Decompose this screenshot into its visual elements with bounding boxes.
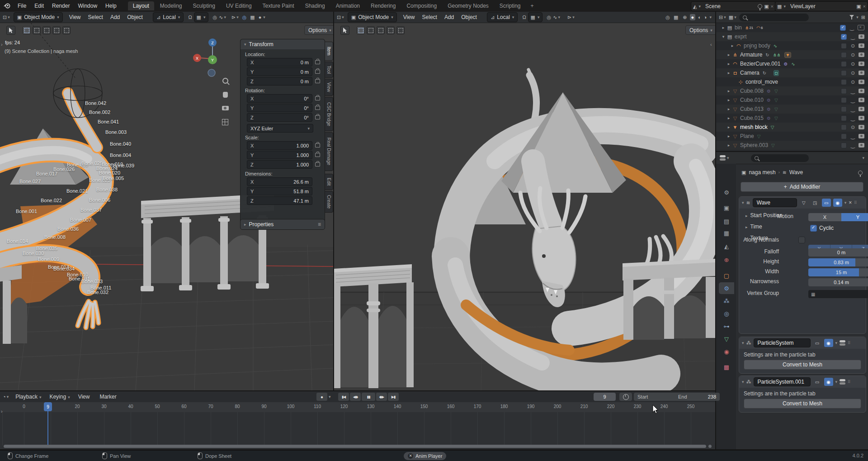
mode-dropdown[interactable]: ▣Object Mode▾ (14, 12, 63, 22)
scale-field[interactable]: Z1.000 (247, 160, 312, 169)
properties-tab[interactable]: ▢ (719, 270, 734, 281)
outliner-row[interactable]: ▸ ▽ Cube.010 ⚙ ▽ ‿ (716, 95, 868, 105)
select-mode-invert[interactable] (52, 26, 61, 34)
workspace-tab[interactable]: Scripting (495, 1, 526, 10)
bone-label[interactable]: Bone.007 (70, 217, 91, 223)
disable-render-icon[interactable] (859, 62, 864, 66)
collapsed-section[interactable]: ▸Start Position (745, 212, 868, 220)
select-mode-intersect[interactable] (62, 26, 71, 34)
viewport-menu-item[interactable]: Select (419, 14, 441, 20)
convert-to-mesh-button[interactable]: Convert to Mesh (744, 360, 861, 370)
outliner-row[interactable]: ▸ ▽ Sphere.003 ▽ ‿ (716, 141, 868, 150)
exclude-checkbox[interactable] (841, 115, 847, 121)
disable-render-icon[interactable] (859, 89, 864, 93)
extras-chevron-icon[interactable]: ▾ (835, 341, 838, 345)
menubar-item[interactable]: Render (48, 3, 74, 9)
filter-dropdown[interactable]: ▾ (849, 15, 859, 20)
disable-render-icon[interactable] (859, 125, 864, 129)
particlesystem001-header[interactable]: ▾ ⁂ ParticleSystem.001 ▭ ◉ ▾ ⠿ (739, 376, 866, 388)
disclosure-icon[interactable]: ▸ (730, 43, 735, 48)
viewport-menu-item[interactable]: Add (107, 14, 123, 20)
bone-label[interactable]: Bone.038 (96, 187, 118, 192)
exclude-checkbox[interactable] (841, 88, 847, 94)
workspace-tab[interactable]: Layout (128, 1, 154, 10)
transform-orientation-dropdown[interactable]: ⊿Local▾ (153, 12, 184, 22)
disclosure-icon[interactable]: ▸ (721, 25, 726, 30)
channel-expand-arrow[interactable]: › (1, 409, 3, 414)
datablock-name[interactable]: Cube.008 (740, 88, 764, 94)
exclude-checkbox[interactable] (841, 43, 847, 49)
outliner-row[interactable]: ▸ ▼ mesh block ▽ ⊙ (716, 123, 868, 132)
viewport-menu-item[interactable]: Add (441, 14, 458, 20)
sidebar-tab[interactable]: Item (325, 42, 333, 61)
horizontal-scrollbar[interactable] (4, 445, 706, 448)
workspace-tab[interactable]: Rendering (366, 1, 401, 10)
disclosure-icon[interactable]: ▸ (726, 116, 731, 120)
chevron-down-icon[interactable]: ▾ (783, 4, 786, 9)
properties-tab[interactable]: ⚙ (719, 282, 734, 294)
jump-to-end-button[interactable]: ▶▮ (388, 393, 399, 401)
select-visibility-dropdown[interactable]: ⊳▾ (231, 14, 239, 20)
overlays-toggle[interactable]: ▦ (250, 14, 255, 20)
editor-type-button[interactable]: ⊡▾ (3, 14, 10, 20)
dimension-field[interactable]: X26.6 m (247, 177, 312, 186)
bone-label[interactable]: Bone.009 (38, 257, 59, 262)
active-tool-tweak[interactable] (6, 26, 15, 35)
bone-label[interactable]: Bone.006 (89, 197, 110, 203)
outliner-search-input[interactable] (739, 14, 809, 21)
viewport-menu-item[interactable]: View (66, 14, 85, 20)
realtime-display-toggle[interactable]: ▭ (813, 339, 822, 347)
options-dropdown[interactable]: Options▾ (685, 25, 715, 35)
properties-tab[interactable]: ⁂ (719, 295, 734, 307)
pan-hand-icon[interactable] (221, 90, 230, 99)
properties-search-input[interactable] (751, 154, 809, 162)
delete-modifier-icon[interactable]: × (849, 200, 852, 206)
lock-icon[interactable] (315, 106, 320, 110)
pin-icon[interactable] (758, 4, 762, 9)
jump-to-start-button[interactable]: ▮◀ (338, 393, 349, 401)
outliner-row[interactable]: ▸ ◘ Camera ↻ ◘ ⊙ (716, 68, 868, 77)
proportional-edit-icon[interactable]: ◎ (213, 14, 217, 20)
display-mode-dropdown[interactable]: ⊟▾ (719, 14, 726, 20)
bone-label[interactable]: Bone.033 (81, 279, 103, 284)
exclude-checkbox[interactable] (841, 106, 847, 112)
timeline-menu-item[interactable]: Keying▾ (45, 394, 74, 400)
exclude-checkbox[interactable] (840, 25, 846, 31)
lock-icon[interactable] (315, 115, 320, 119)
bone-label[interactable]: Bone.041 (98, 119, 119, 124)
sidebar-tab[interactable]: View (325, 79, 333, 96)
convert-to-mesh-button[interactable]: Convert to Mesh (744, 399, 861, 409)
editor-type-button[interactable]: ◔▾ (3, 394, 9, 399)
playhead-line[interactable] (47, 411, 48, 446)
lock-icon[interactable] (315, 143, 320, 147)
editor-type-button[interactable]: ▾ (720, 155, 729, 161)
options-dropdown[interactable]: Options▾ (304, 25, 333, 35)
scale-field[interactable]: X1.000 (247, 141, 312, 150)
camera-view-icon[interactable] (221, 104, 230, 113)
rotation-field[interactable]: Y0° (247, 104, 312, 112)
disable-render-icon[interactable] (859, 116, 864, 120)
falloff-field[interactable]: 0 m (808, 248, 868, 257)
snap-settings-dropdown[interactable]: ▦▾ (194, 12, 208, 22)
location-field[interactable]: Z0 m (247, 77, 312, 86)
drag-handle-icon[interactable]: ⠿ (848, 380, 851, 384)
extras-chevron-icon[interactable]: ▾ (844, 200, 847, 205)
exclude-checkbox[interactable] (841, 124, 847, 130)
bone-label[interactable]: Bone.030 (23, 251, 44, 256)
object-icon[interactable]: ▣ (741, 170, 746, 176)
disclosure-icon[interactable]: ▸ (726, 125, 731, 129)
rotation-field[interactable]: Z0° (247, 113, 312, 122)
pause-button[interactable]: ▮▮ (362, 393, 375, 401)
current-frame-field[interactable]: 9 (594, 393, 616, 401)
workspace-tab[interactable]: Geometry Nodes (443, 1, 494, 10)
bone-label[interactable]: Bone.004 (110, 152, 131, 158)
outliner-row[interactable]: ▸ ▽ Plane ▽ ‿ (716, 132, 868, 141)
rotation-mode-dropdown[interactable]: XYZ Euler▾ (247, 124, 313, 133)
datablock-name[interactable]: Armature (740, 52, 762, 58)
render-display-toggle[interactable]: ◉ (833, 199, 842, 207)
hide-eye-icon[interactable]: ‿ (850, 133, 856, 139)
hide-eye-icon[interactable]: ⊙ (850, 61, 856, 67)
sidebar-tab[interactable]: Edit (325, 174, 333, 190)
hide-eye-icon[interactable]: ‿ (850, 88, 856, 94)
width-slider[interactable]: 15 m (808, 268, 868, 276)
